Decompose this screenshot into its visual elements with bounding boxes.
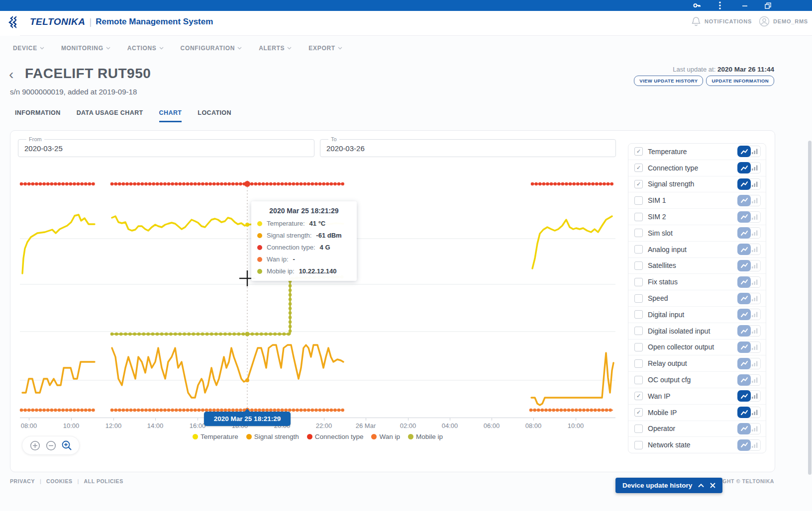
x-axis-label: 04:00 <box>432 422 467 429</box>
line-chart-toggle-icon[interactable] <box>737 146 751 157</box>
kebab-menu-icon[interactable] <box>715 1 724 9</box>
nav-item-actions[interactable]: ACTIONS <box>127 45 164 52</box>
chevron-up-icon[interactable] <box>698 484 704 488</box>
line-chart-toggle-icon[interactable] <box>737 244 751 255</box>
checkbox-unchecked[interactable] <box>634 327 643 335</box>
checkbox-checked[interactable]: ✓ <box>634 180 643 188</box>
checkbox-checked[interactable]: ✓ <box>634 392 643 400</box>
series-row-connection-type: ✓Connection type <box>628 160 766 176</box>
cursor-time-pill: 2020 Mar 25 18:21:29 <box>204 412 291 426</box>
legend-item-mobile-ip[interactable]: Mobile ip <box>408 433 443 440</box>
line-chart-toggle-icon[interactable] <box>737 439 751 451</box>
line-chart-toggle-icon[interactable] <box>737 423 751 434</box>
checkbox-unchecked[interactable] <box>634 376 643 384</box>
last-update-label: Last update at: <box>673 66 715 73</box>
tab-location[interactable]: LOCATION <box>198 109 231 122</box>
checkbox-unchecked[interactable] <box>634 310 643 319</box>
checkbox-checked[interactable]: ✓ <box>634 147 643 156</box>
cursor-point <box>245 223 249 227</box>
line-chart-toggle-icon[interactable] <box>737 178 751 190</box>
line-chart-toggle-icon[interactable] <box>737 325 751 337</box>
zoom-area-icon[interactable] <box>61 440 72 451</box>
scrollbar-thumb[interactable] <box>808 141 812 475</box>
series-row-sim-1: SIM 1 <box>628 192 766 209</box>
checkbox-unchecked[interactable] <box>634 229 643 237</box>
checkbox-unchecked[interactable] <box>634 425 643 433</box>
checkbox-unchecked[interactable] <box>634 245 643 254</box>
nav-item-alerts[interactable]: ALERTS <box>259 45 292 52</box>
nav-item-configuration[interactable]: CONFIGURATION <box>181 45 242 52</box>
tooltip-label: Connection type: <box>267 244 315 251</box>
checkbox-unchecked[interactable] <box>634 261 643 270</box>
legend-item-temperature[interactable]: Temperature <box>193 433 238 440</box>
series-label: Speed <box>648 294 737 302</box>
series-label: Network state <box>648 441 737 449</box>
series-label: Temperature <box>648 148 737 156</box>
line-chart-toggle-icon[interactable] <box>737 358 751 369</box>
tab-data-usage-chart[interactable]: DATA USAGE CHART <box>77 109 143 122</box>
checkbox-unchecked[interactable] <box>634 359 643 368</box>
legend-item-wan-ip[interactable]: Wan ip <box>371 433 400 440</box>
chart-type-toggle <box>737 325 761 337</box>
footer-link-all-policies[interactable]: ALL POLICIES <box>84 478 123 484</box>
view-update-history-button[interactable]: VIEW UPDATE HISTORY <box>634 76 703 86</box>
line-chart-toggle-icon[interactable] <box>737 309 751 320</box>
back-button[interactable]: ‹ <box>9 68 13 82</box>
cursor-point <box>245 332 250 337</box>
restore-icon[interactable] <box>763 1 772 9</box>
checkbox-unchecked[interactable] <box>634 441 643 449</box>
footer-link-privacy[interactable]: PRIVACY <box>10 478 35 484</box>
checkbox-checked[interactable]: ✓ <box>634 164 643 172</box>
x-axis-label: 08:00 <box>516 422 551 429</box>
nav-item-device[interactable]: DEVICE <box>13 45 44 52</box>
bell-icon <box>691 16 701 26</box>
zoom-out-circle-icon[interactable] <box>45 440 56 451</box>
legend-item-signal-strength[interactable]: Signal strength <box>246 433 299 440</box>
line-chart-toggle-icon[interactable] <box>737 227 751 239</box>
series-mobile-ip-beads <box>112 277 343 334</box>
key-icon[interactable] <box>693 1 702 9</box>
to-date-input[interactable]: To 2020-03-26 <box>320 139 616 157</box>
brand[interactable]: TELTONIKA | Remote Management System <box>7 15 213 29</box>
series-label: SIM 2 <box>648 213 737 221</box>
nav-item-export[interactable]: EXPORT <box>308 45 342 52</box>
line-chart-toggle-icon[interactable] <box>737 162 751 173</box>
checkbox-checked[interactable]: ✓ <box>634 408 643 417</box>
tab-chart[interactable]: CHART <box>159 109 182 122</box>
close-icon[interactable] <box>710 483 715 488</box>
legend-color-dot <box>307 434 312 439</box>
checkbox-unchecked[interactable] <box>634 343 643 351</box>
tab-information[interactable]: INFORMATION <box>15 109 61 122</box>
line-chart-toggle-icon[interactable] <box>737 341 751 353</box>
nav-item-monitoring[interactable]: MONITORING <box>61 45 110 52</box>
line-chart-toggle-icon[interactable] <box>737 211 751 223</box>
from-date-input[interactable]: From 2020-03-25 <box>18 139 314 157</box>
checkbox-unchecked[interactable] <box>634 278 643 286</box>
notifications-button[interactable]: NOTIFICATIONS <box>691 16 752 26</box>
line-chart-toggle-icon[interactable] <box>737 293 751 304</box>
brand-name: TELTONIKA <box>30 16 85 27</box>
device-update-history-toast[interactable]: Device update history <box>615 478 722 493</box>
checkbox-unchecked[interactable] <box>634 196 643 205</box>
minimize-icon[interactable] <box>740 1 749 9</box>
line-chart-toggle-icon[interactable] <box>737 276 751 288</box>
x-axis-tick <box>492 418 492 421</box>
line-chart-toggle-icon[interactable] <box>737 407 751 418</box>
footer-link-cookies[interactable]: COOKIES <box>46 478 73 484</box>
series-signal-strength <box>112 345 343 398</box>
line-chart-toggle-icon[interactable] <box>737 195 751 206</box>
chevron-down-icon <box>287 47 292 50</box>
chart-type-toggle <box>737 423 761 434</box>
checkbox-unchecked[interactable] <box>634 294 643 303</box>
legend-color-dot <box>193 434 198 439</box>
chevron-down-icon <box>237 47 242 50</box>
line-chart-toggle-icon[interactable] <box>737 390 751 402</box>
zoom-in-circle-icon[interactable] <box>29 440 40 451</box>
line-chart-toggle-icon[interactable] <box>737 374 751 386</box>
user-menu[interactable]: DEMO_RMS <box>759 16 808 27</box>
footer-separator: | <box>40 478 41 484</box>
update-information-button[interactable]: UPDATE INFORMATION <box>706 76 774 86</box>
checkbox-unchecked[interactable] <box>634 213 643 221</box>
line-chart-toggle-icon[interactable] <box>737 260 751 271</box>
legend-item-connection-type[interactable]: Connection type <box>307 433 364 440</box>
